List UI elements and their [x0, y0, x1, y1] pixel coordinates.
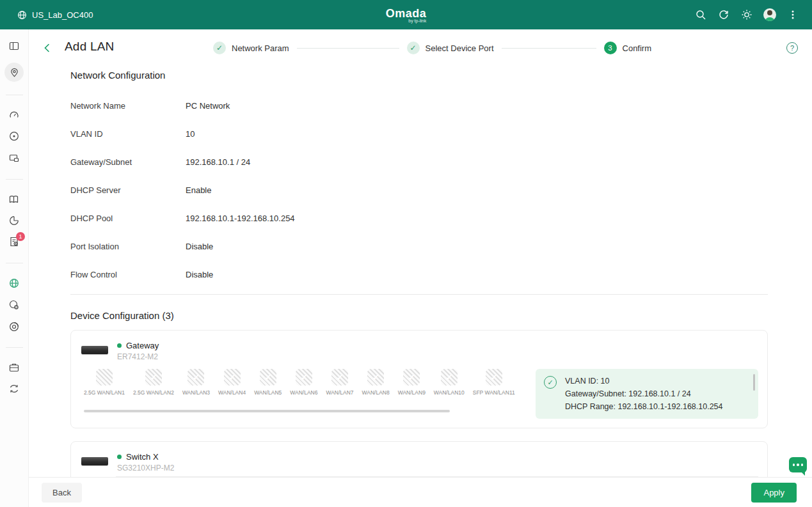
step-connector — [502, 48, 596, 49]
device-model: ER7412-M2 — [117, 352, 159, 361]
device-configuration-heading: Device Configuration (3) — [70, 310, 768, 321]
config-row: Port Isolation Disable — [70, 232, 768, 260]
summary-gateway-subnet: Gateway/Subnet: 192.168.10.1 / 24 — [565, 387, 749, 400]
sites-pin-icon[interactable] — [4, 63, 24, 82]
topbar-actions — [694, 8, 799, 21]
speed-gauge-icon[interactable] — [8, 109, 20, 121]
omada-logo-subtext: by tp-link — [386, 19, 427, 23]
gateway-port: WAN/LAN4 — [218, 369, 246, 396]
config-row: Network Name PC Network — [70, 91, 768, 120]
port-status-icon — [331, 369, 348, 386]
refresh-icon[interactable] — [717, 8, 730, 21]
gateway-port: 2.5G WAN/LAN1 — [84, 369, 125, 396]
footer-bar: Back Apply — [29, 477, 812, 507]
settings-gear-icon[interactable] — [8, 299, 20, 311]
gateway-device-image — [81, 346, 108, 354]
port-status-icon — [260, 369, 276, 386]
device-header: Switch X SG3210XHP-M2 — [71, 442, 767, 472]
target-icon[interactable] — [8, 130, 20, 142]
back-arrow-icon[interactable] — [40, 41, 54, 55]
step-confirm[interactable]: 3 Confirm — [604, 42, 652, 54]
ports-horizontal-scrollbar[interactable] — [84, 410, 450, 412]
gateway-port: WAN/LAN10 — [434, 369, 465, 396]
site-selector[interactable]: US_Lab_OC400 — [17, 10, 93, 20]
logs-badge: 1 — [16, 232, 25, 241]
theme-icon[interactable] — [740, 8, 753, 21]
page: US_Lab_OC400 Omada by tp-link — [0, 0, 812, 507]
status-dot-online — [117, 343, 122, 348]
port-status-icon — [96, 369, 113, 386]
sidebar-divider — [6, 347, 23, 348]
step-network-param[interactable]: ✓ Network Param — [213, 42, 289, 54]
status-dot-online — [117, 455, 122, 459]
port-status-icon — [441, 369, 458, 386]
page-title: Add LAN — [65, 40, 114, 54]
network-configuration-heading: Network Configuration — [70, 70, 768, 81]
config-row: VLAN ID 10 — [70, 120, 768, 148]
port-status-icon — [187, 369, 204, 386]
section-divider — [70, 294, 768, 295]
gateway-port: SFP WAN/LAN11 — [473, 369, 515, 396]
logs-icon[interactable]: 1 — [8, 236, 20, 247]
wired-networks-globe-icon[interactable] — [8, 277, 20, 289]
config-row: Flow Control Disable — [70, 260, 768, 288]
toolbox-icon[interactable] — [8, 362, 20, 373]
back-button[interactable]: Back — [42, 483, 82, 503]
summary-vertical-scrollbar[interactable] — [753, 374, 755, 391]
account-avatar[interactable] — [763, 8, 776, 21]
vlan-summary-box: ✓ VLAN ID: 10 Gateway/Subnet: 192.168.10… — [536, 369, 758, 419]
sidebar-divider — [6, 179, 23, 180]
gateway-port: WAN/LAN8 — [362, 369, 390, 396]
port-status-icon — [486, 369, 502, 386]
profiles-disc-icon[interactable] — [8, 321, 20, 332]
sync-icon[interactable] — [8, 383, 20, 394]
gateway-port: WAN/LAN5 — [254, 369, 282, 396]
sidebar-divider — [6, 263, 23, 263]
switch-device-image — [81, 457, 108, 465]
map-icon[interactable] — [8, 194, 20, 205]
summary-vlan-id: VLAN ID: 10 — [565, 375, 749, 387]
config-row: DHCP Server Enable — [70, 176, 768, 204]
help-icon[interactable]: ? — [786, 42, 798, 54]
step-check-icon: ✓ — [407, 42, 420, 54]
port-status-icon — [367, 369, 384, 386]
step-connector — [297, 48, 399, 49]
port-status-icon — [145, 369, 162, 386]
chat-feedback-icon[interactable] — [789, 457, 807, 472]
device-card-switch: Switch X SG3210XHP-M2 — [70, 441, 768, 477]
step-number: 3 — [604, 42, 617, 54]
port-status-icon — [296, 369, 312, 386]
globe-icon — [17, 10, 27, 20]
gateway-port: WAN/LAN9 — [398, 369, 426, 396]
dashboard-icon[interactable] — [8, 40, 20, 52]
port-status-icon — [224, 369, 241, 386]
step-check-icon: ✓ — [213, 42, 226, 54]
site-name: US_Lab_OC400 — [32, 10, 93, 20]
step-select-device-port[interactable]: ✓ Select Device Port — [407, 42, 494, 54]
main-content: Network Configuration Network Name PC Ne… — [29, 66, 812, 477]
network-configuration-rows: Network Name PC Network VLAN ID 10 Gatew… — [70, 91, 768, 288]
apply-button[interactable]: Apply — [751, 483, 797, 503]
gateway-port-list: 2.5G WAN/LAN1 2.5G WAN/LAN2 WAN/LAN3 WAN… — [84, 369, 515, 396]
gateway-port: WAN/LAN7 — [326, 369, 353, 396]
success-check-icon: ✓ — [544, 376, 557, 389]
more-kebab-icon[interactable] — [786, 8, 799, 21]
topbar: US_Lab_OC400 Omada by tp-link — [0, 0, 812, 29]
device-card-gateway: Gateway ER7412-M2 2.5G WAN/LAN1 2.5G WAN… — [70, 330, 768, 428]
gateway-port: WAN/LAN3 — [182, 369, 210, 396]
search-icon[interactable] — [694, 8, 707, 21]
wizard-steps: ✓ Network Param ✓ Select Device Port 3 C… — [213, 29, 651, 66]
gateway-port: 2.5G WAN/LAN2 — [133, 369, 174, 396]
devices-icon[interactable] — [8, 152, 20, 164]
device-name: Switch X — [126, 452, 159, 462]
sidebar-divider — [6, 95, 23, 95]
device-model: SG3210XHP-M2 — [117, 464, 174, 472]
config-row: Gateway/Subnet 192.168.10.1 / 24 — [70, 148, 768, 176]
gateway-port: WAN/LAN6 — [290, 369, 317, 396]
sidebar: 1 — [0, 29, 29, 507]
summary-dhcp-range: DHCP Range: 192.168.10.1-192.168.10.254 — [565, 400, 749, 413]
port-status-icon — [403, 369, 420, 386]
insights-pie-icon[interactable] — [8, 215, 20, 226]
device-header: Gateway ER7412-M2 — [71, 331, 767, 361]
config-row: DHCP Pool 192.168.10.1-192.168.10.254 — [70, 204, 768, 232]
